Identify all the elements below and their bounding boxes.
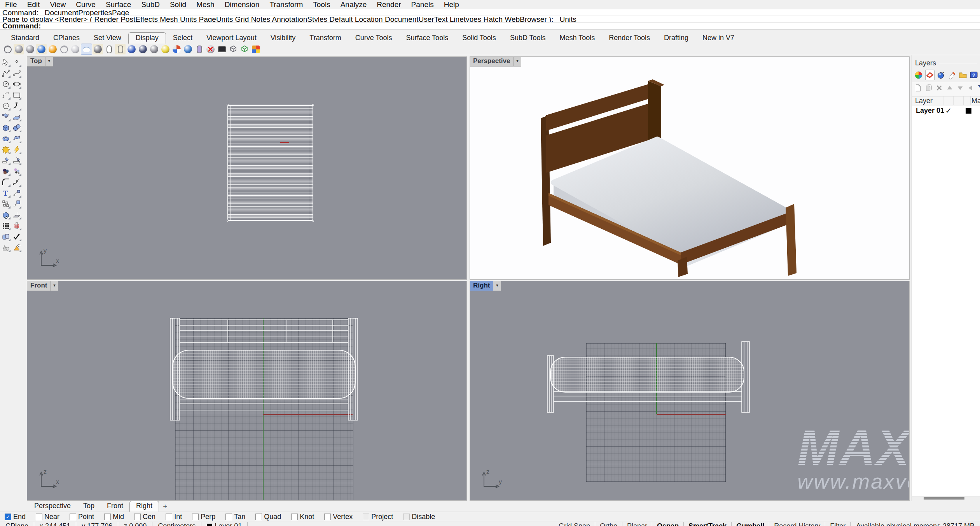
osnap-near[interactable]: Near [36,513,59,521]
toggle-ortho[interactable]: Ortho [595,522,622,526]
chevron-down-icon[interactable]: ▾ [514,57,521,67]
render-package-icon[interactable] [126,44,137,54]
toolbar-tab-solid-tools[interactable]: Solid Tools [455,33,503,44]
page-tab-perspective[interactable]: Perspective [28,501,77,512]
artistic-icon[interactable] [81,44,92,54]
toolbar-tab-standard[interactable]: Standard [4,33,46,44]
filter-icon[interactable] [977,84,980,94]
disable-display-icon[interactable]: ✕ [205,44,216,54]
menu-edit[interactable]: Edit [22,0,45,9]
torus-icon[interactable] [0,133,11,144]
viewport-right-title[interactable]: Right [470,281,493,291]
ellipse-icon[interactable] [11,79,22,89]
point-icon[interactable] [11,57,22,68]
sun-icon[interactable] [47,44,58,54]
wire-cube-icon[interactable] [228,44,238,54]
checkbox-int[interactable] [166,514,172,520]
layer-color-swatch[interactable] [966,108,971,114]
menu-file[interactable]: File [0,0,22,9]
toolbar-tab-mesh-tools[interactable]: Mesh Tools [553,33,602,44]
surface-cv-icon[interactable] [0,111,11,122]
toolbar-tab-visibility[interactable]: Visibility [264,33,303,44]
material-grid-icon[interactable] [250,44,261,54]
osnap-quad[interactable]: Quad [255,513,281,521]
copy-layer-icon[interactable] [925,84,933,94]
toolbar-tab-new-in-v7[interactable]: New in V7 [695,33,741,44]
toolbar-tab-curve-tools[interactable]: Curve Tools [348,33,399,44]
technical-icon[interactable] [115,44,126,54]
fullscreen-icon[interactable] [217,44,227,54]
menu-transform[interactable]: Transform [264,0,308,9]
viewport-right-label[interactable]: Right ▾ [470,281,501,291]
cplane-ball-icon[interactable] [171,44,182,54]
checkbox-point[interactable] [70,514,76,520]
delete-layer-icon[interactable] [935,84,943,94]
polygon-icon[interactable] [0,100,11,111]
checkbox-knot[interactable] [291,514,298,520]
help-tab-icon[interactable]: ? [970,70,978,80]
checkbox-perp[interactable] [192,514,199,520]
osnap-tan[interactable]: Tan [225,513,245,521]
render-mesh-icon[interactable] [138,44,148,54]
box-icon[interactable] [0,122,11,133]
monochrome-ball-icon[interactable] [149,44,159,54]
select-arrow-icon[interactable] [0,57,11,68]
check-icon[interactable] [11,231,22,242]
rectangle-icon[interactable] [11,89,22,100]
split-icon[interactable] [11,155,22,166]
viewport-perspective-label[interactable]: Perspective ▾ [470,57,521,67]
viewport-top-title[interactable]: Top [27,57,45,67]
cplane-selector[interactable]: CPlane [0,522,34,526]
properties-wheel-icon[interactable] [914,70,923,80]
xray-icon[interactable] [70,44,80,54]
library-folder-icon[interactable] [959,70,967,80]
lighting-icon[interactable] [11,209,22,220]
toolbar-tab-display[interactable]: Display [128,32,166,44]
wireframe-icon[interactable] [2,44,13,54]
checkbox-quad[interactable] [255,514,262,520]
units-display[interactable]: Centimeters [152,522,201,526]
leader-icon[interactable] [11,188,22,198]
boolean-icon[interactable] [0,144,11,155]
toggle-osnap[interactable]: Osnap [652,522,684,526]
checkbox-near[interactable] [36,514,42,520]
toggle-filter[interactable]: Filter [825,522,851,526]
checkbox-cen[interactable] [134,514,141,520]
patch-icon[interactable] [11,133,22,144]
explode-icon[interactable] [11,144,22,155]
text-icon[interactable]: T [0,188,11,198]
orient-icon[interactable] [11,198,22,209]
pen-icon[interactable] [104,44,114,54]
toggle-record-history[interactable]: Record History [769,522,825,526]
page-tab-top[interactable]: Top [77,501,101,512]
menu-curve[interactable]: Curve [71,0,101,9]
menu-dimension[interactable]: Dimension [220,0,265,9]
group-icon[interactable] [0,198,11,209]
checkbox-project[interactable] [363,514,369,520]
viewport-front-title[interactable]: Front [27,281,51,291]
raytraced-icon[interactable] [93,44,103,54]
osnap-perp[interactable]: Perp [192,513,215,521]
osnap-project[interactable]: Project [363,513,393,521]
layers-tab-icon[interactable] [925,70,935,80]
array-icon[interactable] [0,220,11,231]
move-down-icon[interactable] [956,84,964,94]
chevron-down-icon[interactable]: ▾ [493,281,501,291]
loft-icon[interactable] [11,111,22,122]
cylinder-cv-icon[interactable] [194,44,204,54]
circle-icon[interactable] [0,79,11,89]
toggle-gumball[interactable]: Gumball [732,522,769,526]
viewport-perspective-title[interactable]: Perspective [470,57,514,67]
viewport-top-label[interactable]: Top ▾ [27,57,53,67]
chevron-down-icon[interactable]: ▾ [51,281,58,291]
camera-ball-icon[interactable] [183,44,193,54]
arc-icon[interactable] [0,89,11,100]
menu-subd[interactable]: SubD [136,0,165,9]
viewport-perspective[interactable]: Perspective ▾ [470,56,910,280]
chevron-down-icon[interactable]: ▾ [45,57,53,67]
polyline-icon[interactable] [0,68,11,79]
primitives-icon[interactable] [0,242,11,253]
checkbox-mid[interactable] [104,514,111,520]
layers-hscrollbar[interactable] [912,496,980,500]
toggle-smarttrack[interactable]: SmartTrack [684,522,732,526]
